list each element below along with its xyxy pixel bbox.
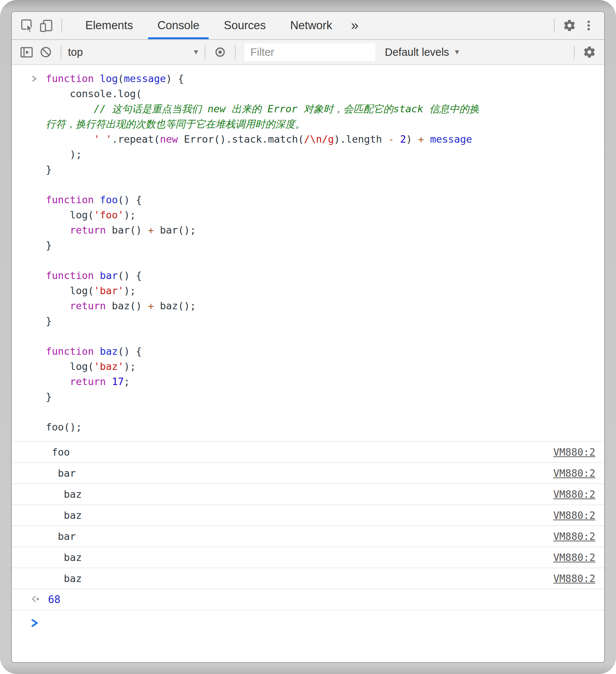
source-link[interactable]: VM880:2 [553, 467, 595, 479]
console-log-row: fooVM880:2 [12, 441, 604, 462]
code-token: return [70, 300, 106, 312]
code-token: function [46, 270, 94, 281]
execution-context-selector[interactable]: top ▼ [68, 46, 199, 58]
console-log-row: barVM880:2 [12, 462, 604, 483]
source-link[interactable]: VM880:2 [553, 552, 595, 563]
console-sidebar-button[interactable] [17, 42, 36, 62]
log-levels-dropdown[interactable]: Default levels ▼ [385, 46, 461, 58]
source-link[interactable]: VM880:2 [553, 531, 595, 542]
log-message: baz [46, 510, 82, 521]
code-token: /\n/g [304, 133, 334, 145]
filter-input[interactable] [244, 43, 375, 61]
code-token: ).length [334, 133, 388, 145]
tab-console[interactable]: Console [145, 12, 212, 39]
log-message: foo [46, 446, 70, 458]
inspect-icon [20, 18, 35, 33]
console-prompt[interactable] [12, 610, 604, 637]
console-log-row: bazVM880:2 [12, 483, 604, 504]
device-toolbar-button[interactable] [37, 16, 56, 35]
source-link[interactable]: VM880:2 [553, 573, 595, 584]
chevron-down-icon: ▼ [454, 48, 461, 56]
code-line: ' '.repeat(new Error().stack.match(/\n/g… [46, 132, 597, 147]
code-token: ); [124, 209, 136, 221]
code-token: + [418, 133, 424, 145]
live-expression-button[interactable] [211, 42, 230, 62]
tab-elements[interactable]: Elements [73, 12, 145, 39]
code-token: - [388, 133, 394, 145]
code-line: } [46, 313, 597, 329]
result-row: 68 [12, 589, 604, 610]
code-line: log('baz'); [46, 359, 597, 374]
chevron-down-icon: ▼ [192, 48, 199, 56]
code-token: } [46, 391, 52, 402]
source-link[interactable]: VM880:2 [553, 446, 595, 458]
code-token: } [46, 164, 52, 175]
devtools-menu-button[interactable] [579, 16, 598, 35]
tab-network[interactable]: Network [278, 12, 345, 39]
divider [574, 45, 575, 59]
code-token [46, 300, 70, 312]
device-toolbar-icon [39, 18, 54, 33]
code-line: function foo() { [46, 192, 597, 207]
code-line: return 17; [46, 374, 597, 389]
code-token [94, 194, 100, 205]
log-rows: fooVM880:2 barVM880:2 bazVM880:2 bazVM88… [12, 441, 604, 589]
divider [235, 45, 236, 59]
devtools-settings-button[interactable] [560, 16, 579, 35]
code-token: 行符，换行符出现的次数也等同于它在堆栈调用时的深度。 [46, 118, 305, 130]
code-token: return [70, 224, 106, 236]
code-line: foo(); [46, 419, 597, 435]
code-token: 2 [400, 133, 406, 145]
divider [554, 18, 555, 33]
code-token: bar(); [154, 224, 196, 236]
source-link[interactable]: VM880:2 [553, 489, 595, 500]
code-token: ); [124, 285, 136, 296]
code-token: log( [46, 361, 94, 372]
code-token: Error().stack.match( [178, 133, 304, 145]
code-token [94, 73, 100, 84]
code-line: } [46, 389, 597, 404]
tab-sources[interactable]: Sources [212, 12, 278, 39]
code-line: } [46, 162, 597, 177]
devtools-panel: ElementsConsoleSourcesNetwork » [11, 11, 605, 663]
source-link[interactable]: VM880:2 [553, 510, 595, 521]
code-line: function baz() { [46, 344, 597, 359]
more-tabs-icon[interactable]: » [344, 18, 365, 33]
code-token: ( [118, 73, 124, 84]
code-token: message [124, 73, 166, 84]
divider [61, 45, 61, 59]
code-token [424, 133, 430, 145]
code-token: ); [46, 149, 82, 160]
console-log-row: bazVM880:2 [12, 504, 604, 525]
code-token: log( [46, 209, 94, 221]
inspect-element-button[interactable] [18, 16, 37, 35]
console-settings-button[interactable] [580, 42, 599, 62]
code-token: new [160, 133, 178, 145]
code-line: function log(message) { [46, 71, 597, 86]
code-token [46, 224, 70, 236]
code-line [46, 329, 597, 344]
code-line: } [46, 238, 597, 253]
code-token: // 这句话是重点当我们 new 出来的 Error 对象时，会匹配它的stac… [46, 103, 479, 115]
clear-console-button[interactable] [36, 42, 55, 62]
console-output: function log(message) { console.log( // … [12, 65, 604, 662]
code-token: bar [100, 270, 118, 281]
command-echo: function log(message) { console.log( // … [12, 65, 604, 441]
code-line [46, 177, 597, 192]
code-token: baz() [106, 300, 148, 312]
code-token: bar() [106, 224, 148, 236]
code-token: .repeat( [112, 133, 160, 145]
command-echo-code: function log(message) { console.log( // … [46, 71, 597, 435]
code-token: 17 [112, 376, 124, 387]
code-line [46, 404, 597, 419]
log-message: baz [46, 573, 82, 584]
code-line: console.log( [46, 86, 597, 101]
kebab-menu-icon [582, 19, 595, 32]
code-token: + [148, 300, 154, 312]
console-log-row: bazVM880:2 [12, 547, 604, 568]
code-token: () { [118, 270, 142, 281]
code-token: ); [124, 361, 136, 372]
code-token: console.log( [46, 88, 142, 99]
code-line: log('foo'); [46, 207, 597, 222]
prompt-icon [30, 618, 40, 630]
